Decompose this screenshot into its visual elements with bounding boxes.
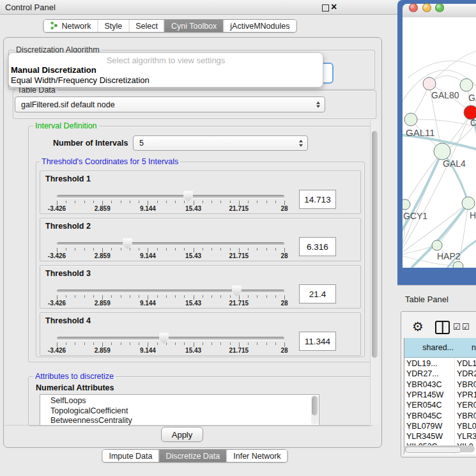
slider-track[interactable]	[57, 195, 284, 198]
node-H[interactable]	[462, 197, 475, 210]
column-header-shared-name[interactable]: shared...	[404, 338, 457, 358]
node-GAL80[interactable]	[423, 77, 436, 90]
threshold-value-field[interactable]: 11.344	[299, 332, 336, 351]
tick-label: -3.426	[48, 347, 66, 354]
table-cell[interactable]: YER0	[457, 401, 476, 410]
threshold-panel-3: Threshold 3-3.4262.8599.14415.4321.71528…	[40, 265, 361, 309]
top-tab-select[interactable]: Select	[128, 20, 164, 32]
slider-thumb[interactable]	[159, 333, 169, 344]
bottom-tab-infer-network[interactable]: Infer Network	[226, 450, 287, 462]
node-label-HAP2: HAP2	[437, 251, 461, 261]
column-divider	[454, 358, 455, 454]
tick-mark	[102, 295, 103, 300]
list-scrollbar[interactable]	[311, 395, 318, 424]
slider-thumb[interactable]	[232, 286, 242, 296]
slider-track[interactable]	[57, 242, 284, 245]
algorithm-option[interactable]: Equal Width/Frequency Discretization	[11, 75, 150, 85]
slider-thumb[interactable]	[123, 238, 132, 249]
algorithm-option[interactable]: Manual Discretization	[11, 65, 96, 75]
bottom-tab-label: Impute Data	[109, 452, 152, 461]
float-panel-icon[interactable]	[322, 4, 329, 12]
close-panel-icon[interactable]: ×	[331, 1, 337, 13]
node-partial[interactable]	[453, 261, 463, 268]
tick-mark	[275, 201, 276, 203]
minimize-window-icon[interactable]	[422, 3, 431, 12]
tick-mark	[220, 248, 221, 250]
table-cell[interactable]: YDL1	[457, 359, 476, 368]
control-panel-titlebar	[0, 0, 397, 15]
top-tab-cyni-toolbox[interactable]: Cyni Toolbox	[164, 20, 223, 32]
tick-mark	[175, 248, 176, 250]
attribute-item[interactable]: TopologicalCoefficient	[40, 406, 319, 417]
combo-spinner-icon	[316, 101, 320, 108]
table-cell[interactable]: YLR345W	[406, 432, 443, 441]
attributes-listbox[interactable]: SelfLoopsTopologicalCoefficientBetweenne…	[40, 394, 319, 426]
table-cell[interactable]: YBR0	[457, 380, 476, 389]
node-GAL11[interactable]	[404, 113, 417, 126]
top-tab-style[interactable]: Style	[97, 20, 128, 32]
num-intervals-combobox[interactable]: 5	[133, 135, 308, 151]
network-edge	[408, 61, 476, 78]
node-HAP2[interactable]	[432, 240, 442, 250]
node-GA[interactable]	[460, 79, 473, 91]
slider-track[interactable]	[57, 289, 284, 293]
split-columns-icon[interactable]	[435, 321, 450, 334]
tick-mark	[130, 342, 130, 345]
attribute-item[interactable]: BetweennessCentrality	[40, 416, 319, 426]
network-canvas[interactable]: GAL80GACGAL11GAL4GCY1HHAP2	[403, 17, 476, 268]
table-cell[interactable]: YER054C	[406, 401, 442, 410]
table-cell[interactable]: YLR3	[457, 432, 476, 441]
tick-mark	[166, 201, 167, 203]
tick-mark	[257, 295, 257, 298]
tick-mark	[157, 248, 158, 250]
table-cell[interactable]: YDR27...	[406, 369, 439, 378]
tick-mark	[239, 248, 240, 252]
checkbox-icon[interactable]: ☑	[462, 322, 470, 332]
attribute-item[interactable]: SelfLoops	[40, 396, 319, 406]
top-tab-jactivemnodules[interactable]: jActiveMNodules	[223, 20, 296, 32]
table-cell[interactable]: YBR045C	[406, 411, 442, 420]
tick-mark	[157, 342, 158, 345]
apply-button[interactable]: Apply	[161, 427, 203, 442]
tick-mark	[203, 201, 203, 203]
tick-mark	[220, 201, 221, 203]
panel-scrollbar[interactable]	[370, 120, 379, 425]
bottom-tab-discretize-data[interactable]: Discretize Data	[159, 450, 227, 462]
node-GAL4[interactable]	[434, 143, 450, 160]
threshold-value-field[interactable]: 14.713	[299, 190, 336, 209]
table-cell[interactable]: YPR1	[457, 390, 476, 399]
numerical-attributes-label: Numerical Attributes	[36, 383, 114, 392]
tick-mark	[239, 201, 240, 205]
checkbox-icon[interactable]: ☑	[453, 322, 461, 332]
table-data-combobox[interactable]: galFiltered.sif default node	[15, 96, 325, 112]
tick-mark	[93, 248, 94, 250]
table-cell[interactable]: YBL079W	[406, 422, 442, 431]
table-cell[interactable]: YBR043C	[406, 380, 442, 389]
table-h-scrollbar[interactable]	[404, 445, 475, 452]
threshold-value-field[interactable]: 6.316	[299, 237, 336, 256]
table-cell[interactable]: YBL0	[457, 422, 476, 431]
threshold-panel-4: Threshold 4-3.4262.8599.14415.4321.71528…	[40, 312, 361, 356]
top-tab-bar: NetworkStyleSelectCyni ToolboxjActiveMNo…	[43, 19, 297, 33]
top-tab-network[interactable]: Network	[44, 20, 98, 32]
column-header-name[interactable]: na	[454, 338, 476, 358]
table-cell[interactable]: YBR0	[457, 411, 476, 420]
tick-mark	[266, 295, 267, 298]
table-cell[interactable]: YPR145W	[406, 390, 443, 399]
table-cell[interactable]: YDL19...	[406, 359, 438, 368]
node-GCY1[interactable]	[403, 199, 410, 210]
threshold-value-field[interactable]: 21.4	[299, 284, 336, 303]
tick-mark	[66, 342, 66, 345]
tick-label: 15.43	[185, 252, 201, 259]
gear-icon[interactable]: ⚙	[412, 319, 424, 334]
node-table[interactable]: shared... na YDL19...YDL1YDR27...YDR2YBR…	[404, 338, 476, 454]
table-cell[interactable]: YDR2	[457, 369, 476, 378]
zoom-window-icon[interactable]	[435, 3, 444, 12]
interval-definition-title: Interval Definition	[33, 121, 99, 130]
bottom-tab-impute-data[interactable]: Impute Data	[102, 450, 158, 462]
tick-mark	[111, 201, 112, 203]
slider-track[interactable]	[57, 337, 284, 340]
bottom-tab-label: Infer Network	[233, 452, 280, 461]
tick-mark	[130, 248, 130, 250]
close-window-icon[interactable]	[409, 3, 418, 12]
